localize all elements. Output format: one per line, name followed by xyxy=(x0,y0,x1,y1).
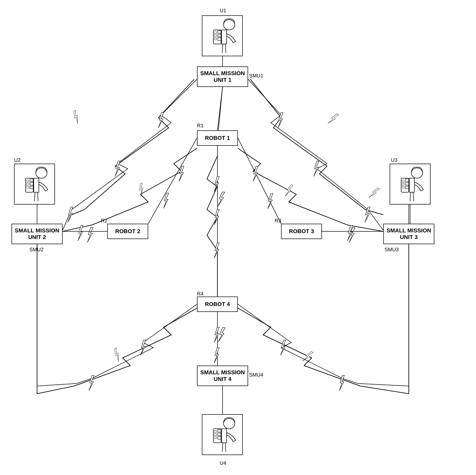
svg-marker-17 xyxy=(112,348,123,361)
label-r3: R3 xyxy=(275,218,281,224)
svg-marker-19 xyxy=(302,350,313,364)
svg-marker-15 xyxy=(349,228,355,242)
diagram: U1 SMALL MISSIONUNIT 1 SMU1 ROBOT 1 R1 U… xyxy=(0,0,476,475)
svg-marker-70 xyxy=(158,112,164,128)
svg-marker-80 xyxy=(253,166,258,182)
svg-marker-87 xyxy=(78,225,83,241)
label-u2: U2 xyxy=(14,157,21,163)
robot4-label: ROBOT 4 xyxy=(205,301,230,308)
svg-rect-31 xyxy=(15,165,55,205)
label-r2: R2 xyxy=(101,218,108,224)
svg-line-79 xyxy=(238,138,281,224)
label-smu1: SMU1 xyxy=(249,73,263,79)
svg-marker-93 xyxy=(339,375,344,391)
smu2-label: SMALL MISSIONUNIT 2 xyxy=(15,227,59,241)
smu3-label: SMALL MISSIONUNIT 3 xyxy=(387,227,431,241)
svg-marker-73 xyxy=(278,112,283,128)
svg-marker-83 xyxy=(214,176,219,192)
svg-marker-84 xyxy=(214,210,219,225)
smu1-label: SMALL MISSIONUNIT 1 xyxy=(200,70,245,84)
svg-marker-90 xyxy=(141,340,146,355)
svg-marker-14 xyxy=(285,184,293,197)
svg-rect-53 xyxy=(203,415,243,455)
svg-marker-18 xyxy=(218,327,225,343)
svg-marker-16 xyxy=(218,192,225,207)
svg-marker-71 xyxy=(115,161,120,176)
soldier-u1 xyxy=(202,15,243,56)
smu4-label: SMALL MISSIONUNIT 4 xyxy=(200,369,245,383)
label-smu2: SMU2 xyxy=(29,247,44,253)
svg-marker-77 xyxy=(179,166,184,182)
svg-marker-94 xyxy=(214,327,219,343)
robot3-box: ROBOT 3 xyxy=(281,224,322,239)
smu1-box: SMALL MISSIONUNIT 1 xyxy=(197,66,248,87)
robot4-box: ROBOT 4 xyxy=(197,297,238,312)
label-r1: R1 xyxy=(197,123,204,129)
smu2-box: SMALL MISSIONUNIT 2 xyxy=(11,224,63,244)
svg-marker-11 xyxy=(369,186,379,200)
label-u3: U3 xyxy=(391,157,398,163)
label-smu3: SMU3 xyxy=(385,247,399,253)
soldier-u4 xyxy=(202,414,243,455)
label-smu4: SMU4 xyxy=(249,372,263,378)
svg-marker-13 xyxy=(87,228,93,242)
svg-marker-72 xyxy=(68,207,73,222)
svg-marker-85 xyxy=(214,243,219,258)
smu4-box: SMALL MISSIONUNIT 4 xyxy=(197,366,248,386)
label-r4: R4 xyxy=(197,291,204,297)
svg-line-76 xyxy=(148,138,197,224)
svg-marker-92 xyxy=(281,340,286,355)
label-u4: U4 xyxy=(220,460,226,466)
robot2-label: ROBOT 2 xyxy=(115,228,140,235)
svg-rect-20 xyxy=(203,16,243,56)
robot3-label: ROBOT 3 xyxy=(289,228,314,235)
svg-marker-10 xyxy=(328,112,339,126)
svg-marker-91 xyxy=(89,375,94,391)
robot1-box: ROBOT 1 xyxy=(197,130,238,146)
svg-line-65 xyxy=(217,87,223,130)
svg-marker-95 xyxy=(214,348,219,363)
svg-marker-78 xyxy=(164,193,169,208)
soldier-u2 xyxy=(14,164,55,205)
svg-marker-81 xyxy=(268,194,273,209)
soldier-u3 xyxy=(390,164,431,205)
label-u1: U1 xyxy=(220,8,226,14)
robot1-label: ROBOT 1 xyxy=(205,135,230,141)
svg-marker-74 xyxy=(314,161,319,176)
svg-marker-8 xyxy=(71,110,82,124)
svg-rect-42 xyxy=(391,165,431,205)
svg-marker-75 xyxy=(365,207,370,222)
svg-marker-89 xyxy=(347,225,353,241)
robot2-box: ROBOT 2 xyxy=(107,224,148,239)
svg-marker-12 xyxy=(137,183,146,196)
smu3-box: SMALL MISSIONUNIT 3 xyxy=(383,224,434,244)
